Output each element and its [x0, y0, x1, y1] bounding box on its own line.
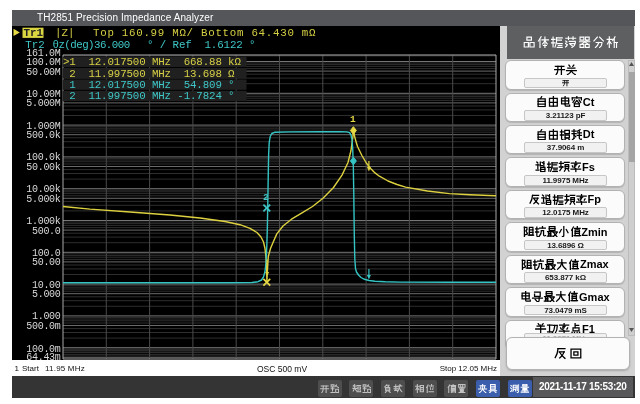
svg-text:Tr2: Tr2 — [25, 38, 44, 50]
svg-text:2 11.997500 MHz -1.7824 °: 2 11.997500 MHz -1.7824 ° — [63, 90, 234, 102]
svg-text:5.000k: 5.000k — [26, 193, 61, 204]
svg-text:64.43m: 64.43m — [26, 351, 61, 359]
svg-text:500.0: 500.0 — [32, 225, 61, 236]
svg-text:Top 160.99 MΩ/ Bottom 64.430 m: Top 160.99 MΩ/ Bottom 64.430 mΩ — [93, 27, 316, 39]
svg-text:50.00k: 50.00k — [26, 161, 61, 172]
svg-text:2 11.997500 MHz 13.698 Ω: 2 11.997500 MHz 13.698 Ω — [63, 67, 235, 79]
svg-text:50.00: 50.00 — [32, 257, 61, 268]
svg-text:Tr1: Tr1 — [24, 27, 44, 39]
svg-text:1 12.017500 MHz 54.809 °: 1 12.017500 MHz 54.809 ° — [63, 79, 234, 91]
svg-text:2: 2 — [263, 192, 269, 203]
svg-text:50.00M: 50.00M — [26, 66, 61, 77]
svg-text:>1 12.017500 MHz 668.88 kΩ: >1 12.017500 MHz 668.88 kΩ — [63, 56, 241, 68]
svg-text:5.000M: 5.000M — [26, 98, 61, 109]
svg-text:500.0m: 500.0m — [26, 320, 61, 331]
svg-text:θz(deg)36.000: θz(deg)36.000 — [53, 38, 130, 50]
svg-text:° / Ref 1.6122 °: ° / Ref 1.6122 ° — [147, 38, 255, 50]
svg-text:1: 1 — [350, 114, 356, 125]
svg-text:500.0k: 500.0k — [26, 130, 61, 141]
svg-text:|Z|: |Z| — [55, 27, 74, 39]
svg-text:5.000: 5.000 — [32, 289, 61, 300]
